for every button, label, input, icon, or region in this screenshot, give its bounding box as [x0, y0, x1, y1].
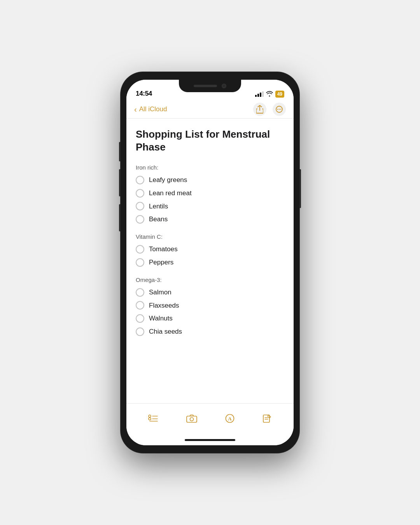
compose-icon — [262, 414, 272, 425]
section-header-omega-3: Omega-3: — [136, 276, 284, 283]
nav-actions — [253, 103, 286, 116]
checkbox-flaxseeds[interactable] — [136, 301, 144, 310]
note-content: Shopping List for Menstrual Phase Iron r… — [126, 119, 294, 403]
home-indicator — [126, 434, 294, 445]
status-bar: 14:54 49 — [126, 80, 294, 100]
checkbox-beans[interactable] — [136, 215, 144, 224]
checklist-icon — [148, 414, 158, 424]
more-button[interactable] — [273, 103, 286, 116]
checklist-item-lentils[interactable]: Lentils — [136, 202, 284, 211]
wifi-icon — [266, 91, 273, 98]
checkbox-walnuts[interactable] — [136, 314, 144, 323]
phone-screen: 14:54 49 — [126, 80, 294, 445]
item-label-walnuts: Walnuts — [149, 314, 173, 323]
svg-point-1 — [277, 108, 278, 109]
checklist-item-lean-red-meat[interactable]: Lean red meat — [136, 189, 284, 198]
checkbox-lean-red-meat[interactable] — [136, 189, 144, 198]
share-button[interactable] — [253, 103, 266, 116]
item-label-beans: Beans — [149, 215, 168, 224]
checklist-item-salmon[interactable]: Salmon — [136, 288, 284, 297]
item-label-peppers: Peppers — [149, 258, 173, 267]
home-bar — [185, 439, 235, 441]
section-header-iron-rich: Iron rich: — [136, 164, 284, 171]
checklist-item-leafy-greens[interactable]: Leafy greens — [136, 175, 284, 185]
status-icons: 49 — [255, 91, 284, 98]
item-label-tomatoes: Tomatoes — [149, 245, 178, 254]
note-title: Shopping List for Menstrual Phase — [136, 128, 284, 153]
svg-rect-13 — [263, 415, 270, 422]
checkbox-lentils[interactable] — [136, 202, 144, 210]
bottom-toolbar: A — [126, 403, 294, 434]
markup-toolbar-button[interactable]: A — [225, 414, 234, 425]
front-camera — [222, 84, 226, 88]
svg-point-2 — [279, 108, 280, 109]
checklist-item-flaxseeds[interactable]: Flaxseeds — [136, 301, 284, 310]
back-chevron-icon: ‹ — [134, 105, 137, 113]
battery-indicator: 49 — [275, 91, 284, 98]
item-label-lentils: Lentils — [149, 202, 168, 211]
item-label-chia-seeds: Chia seeds — [149, 327, 182, 336]
section-iron-rich: Iron rich:Leafy greensLean red meatLenti… — [136, 164, 284, 224]
notch — [179, 80, 241, 92]
back-button[interactable]: ‹ All iCloud — [134, 105, 167, 113]
power-button[interactable] — [299, 169, 301, 208]
navigation-bar: ‹ All iCloud — [126, 100, 294, 119]
camera-icon — [186, 414, 197, 424]
checkbox-chia-seeds[interactable] — [136, 327, 144, 336]
section-omega-3: Omega-3:SalmonFlaxseedsWalnutsChia seeds — [136, 276, 284, 336]
signal-icon — [255, 91, 264, 97]
phone-frame: 14:54 49 — [121, 72, 299, 453]
checkbox-peppers[interactable] — [136, 258, 144, 267]
checkbox-salmon[interactable] — [136, 288, 144, 297]
back-label: All iCloud — [139, 105, 167, 113]
item-label-salmon: Salmon — [149, 288, 172, 297]
item-label-leafy-greens: Leafy greens — [149, 175, 187, 185]
speaker — [194, 85, 217, 87]
checklist-toolbar-button[interactable] — [148, 414, 158, 424]
checklist-item-peppers[interactable]: Peppers — [136, 258, 284, 267]
checklist-item-tomatoes[interactable]: Tomatoes — [136, 245, 284, 254]
item-label-flaxseeds: Flaxseeds — [149, 301, 179, 310]
svg-point-3 — [280, 108, 281, 109]
svg-text:A: A — [228, 416, 232, 422]
status-time: 14:54 — [136, 90, 152, 98]
compose-toolbar-button[interactable] — [262, 414, 272, 425]
svg-point-5 — [149, 418, 151, 420]
svg-point-10 — [190, 417, 194, 421]
checklist-item-beans[interactable]: Beans — [136, 215, 284, 224]
checkbox-tomatoes[interactable] — [136, 245, 144, 254]
volume-down-button[interactable] — [119, 204, 121, 231]
checkbox-leafy-greens[interactable] — [136, 176, 144, 184]
camera-toolbar-button[interactable] — [186, 414, 197, 424]
section-vitamin-c: Vitamin C:TomatoesPeppers — [136, 233, 284, 267]
item-label-lean-red-meat: Lean red meat — [149, 189, 192, 198]
checklist-item-walnuts[interactable]: Walnuts — [136, 314, 284, 323]
markup-icon: A — [225, 414, 234, 425]
svg-rect-9 — [187, 416, 197, 422]
checklist-item-chia-seeds[interactable]: Chia seeds — [136, 327, 284, 336]
svg-point-4 — [149, 415, 151, 417]
section-header-vitamin-c: Vitamin C: — [136, 233, 284, 240]
volume-up-button[interactable] — [119, 169, 121, 196]
